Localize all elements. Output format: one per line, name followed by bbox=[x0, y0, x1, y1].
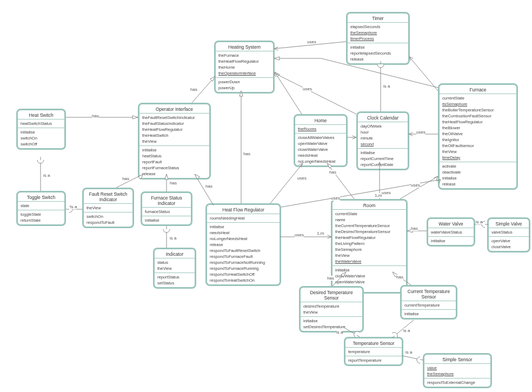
node-heating-system: Heating SystemtheFurnacetheHeatFlowRegul… bbox=[214, 41, 275, 94]
node-attribute: timeDelay bbox=[442, 155, 514, 161]
node-attribute: switchOff bbox=[21, 141, 62, 147]
edge-multiplicity: 1,m bbox=[317, 231, 324, 236]
svg-marker-6 bbox=[275, 72, 280, 77]
edge-label: has bbox=[327, 276, 334, 281]
node-section: reportTemperature bbox=[345, 356, 402, 364]
node-attribute: currentTemperature bbox=[404, 302, 453, 308]
edge-label: has bbox=[243, 151, 250, 156]
node-section: valuetheSemaphore bbox=[424, 364, 490, 378]
node-attribute: respondToFurnaceFault bbox=[210, 254, 277, 260]
node-attribute: theRooms bbox=[298, 126, 343, 132]
node-attribute: reportCurrentDate bbox=[361, 162, 405, 168]
node-attribute: initialise bbox=[335, 267, 403, 273]
node-section: reportStatussetStatus bbox=[155, 273, 195, 287]
node-section: waterValveStatus bbox=[428, 228, 474, 237]
node-section: switchOnrespondToFault bbox=[84, 212, 132, 227]
node-attribute: waterValveStatus bbox=[431, 229, 471, 235]
node-clock-calendar: Clock CalendardayOfWeekhourminutesecondi… bbox=[356, 111, 409, 170]
node-attribute: respondToFaultResetSwitch bbox=[210, 248, 277, 254]
node-title: Room bbox=[332, 201, 406, 210]
diagram-canvas: Heat SwitchheatSwitchStatusinitialiseswi… bbox=[0, 0, 532, 392]
node-attribute: release bbox=[350, 56, 405, 62]
node-heat-switch: Heat SwitchheatSwitchStatusinitialiseswi… bbox=[16, 109, 66, 150]
node-furnace-status-indicator: Furnace StatusIndicatorfurnaceStatusinit… bbox=[141, 191, 192, 226]
node-title: Fault Reset SwitchIndicator bbox=[84, 189, 132, 204]
edge-label: uses bbox=[295, 232, 304, 237]
node-attribute: heatStatus bbox=[142, 153, 207, 159]
node-section: theRooms bbox=[295, 125, 346, 134]
node-section: temperature bbox=[345, 348, 402, 356]
node-attribute: switchOn bbox=[21, 135, 62, 141]
node-attribute: theWaterValve bbox=[335, 258, 403, 264]
node-attribute: openWaterValve bbox=[298, 141, 343, 147]
node-section: currentTemperature bbox=[402, 301, 456, 310]
node-attribute: initialise bbox=[442, 175, 514, 181]
edge-label: uses bbox=[416, 130, 425, 135]
edge-label: uses bbox=[297, 176, 307, 181]
node-attribute: noLongerNeedsHeat bbox=[210, 236, 277, 242]
node-attribute: theView bbox=[442, 149, 514, 155]
edge-label: uses bbox=[303, 87, 312, 91]
node-attribute: closeValve bbox=[491, 244, 526, 250]
node-section: desiredTemperaturetheView bbox=[301, 302, 362, 317]
node-attribute: toggleState bbox=[21, 211, 62, 217]
node-attribute: needsHeat bbox=[210, 230, 277, 236]
node-attribute: activate bbox=[442, 163, 514, 169]
node-section: dayOfWeekhourminutesecond bbox=[358, 122, 408, 149]
node-section: initialiseheatStatusreportFaultreportFur… bbox=[139, 146, 209, 178]
node-attribute: respondToExternalChange bbox=[427, 380, 488, 386]
node-attribute: theCurrentTemperatureSensor bbox=[335, 223, 403, 229]
node-title: Heat Switch bbox=[18, 110, 64, 119]
node-attribute: currentState bbox=[442, 95, 514, 101]
node-title: Clock Calendar bbox=[358, 113, 408, 122]
node-section: initialisereportelapsedSecondsrelease bbox=[348, 43, 408, 63]
node-desired-temperature-sensor: Desired TemperatureSensordesiredTemperat… bbox=[299, 286, 364, 333]
node-section: activatedeactivateinitialiserelease bbox=[440, 162, 516, 188]
node-indicator: IndicatorstatustheViewreportStatussetSta… bbox=[153, 248, 196, 289]
node-attribute: theBlower bbox=[442, 125, 514, 131]
node-heat-flow-regulator: Heat Flow RegulatorroomsNeedingHeatiniti… bbox=[205, 203, 281, 286]
node-attribute: initialise bbox=[350, 44, 405, 50]
node-attribute: reportCurrentTime bbox=[361, 156, 405, 162]
node-section: theFaultResetSwitchIndicatortheFaultStat… bbox=[139, 114, 209, 146]
edge-label: has bbox=[170, 181, 177, 185]
node-attribute: setDesiredTemperature bbox=[303, 324, 360, 330]
node-toggle-switch: Toggle SwitchstatetoggleStatereturnState bbox=[16, 191, 66, 226]
node-section: initialise bbox=[142, 216, 191, 224]
node-section: heatSwitchStatus bbox=[18, 119, 64, 128]
node-section: state bbox=[18, 202, 64, 210]
node-attribute: initialise bbox=[431, 238, 471, 244]
node-attribute: name bbox=[335, 217, 403, 223]
node-attribute: theBoilerTemperatureSensor bbox=[442, 107, 514, 113]
node-attribute: initialise bbox=[210, 224, 277, 230]
svg-marker-0 bbox=[132, 116, 138, 119]
edge-label: uses bbox=[411, 183, 420, 188]
node-attribute: respondToHeatSwitchOn bbox=[210, 277, 277, 283]
edge-multiplicity: 1,m bbox=[375, 193, 382, 198]
node-section: currentStatenametheCurrentTemperatureSen… bbox=[332, 210, 406, 266]
node-title: Furnace StatusIndicator bbox=[142, 193, 191, 208]
node-attribute: respondToHeatSwitchOff bbox=[210, 271, 277, 277]
node-attribute: theCombustionFaultSensor bbox=[442, 113, 514, 119]
node-attribute: status bbox=[157, 260, 192, 265]
node-attribute: needsHeat bbox=[298, 152, 343, 158]
node-attribute: initialise bbox=[21, 129, 62, 135]
node-attribute: setStatus bbox=[157, 280, 192, 286]
node-attribute: theFaultStatusIndicator bbox=[142, 121, 207, 127]
node-attribute: respondToFurnaceNotRunning bbox=[210, 260, 277, 265]
node-section: toggleStatereturnState bbox=[18, 210, 64, 224]
node-title: Indicator bbox=[155, 249, 195, 258]
node-attribute: timerProcess bbox=[350, 36, 405, 42]
node-section: initialiseswitchOnswitchOff bbox=[18, 128, 64, 148]
node-attribute: closeAllWaterValves bbox=[298, 135, 343, 141]
node-section: currentStateitsSemaphoretheBoilerTempera… bbox=[440, 94, 516, 162]
node-section: respondToExternalChange bbox=[424, 378, 490, 387]
node-attribute: second bbox=[361, 141, 405, 147]
node-timer: TimerelapsedSecondstheSemaphoretimerProc… bbox=[346, 12, 410, 65]
node-attribute: theSemaphore bbox=[427, 371, 488, 377]
node-attribute: desiredTemperature bbox=[303, 303, 360, 309]
node-attribute: release bbox=[142, 171, 207, 177]
edge-label: has bbox=[396, 275, 403, 280]
node-title: Timer bbox=[348, 14, 408, 23]
node-section: powerDownpowerUp bbox=[216, 78, 273, 92]
